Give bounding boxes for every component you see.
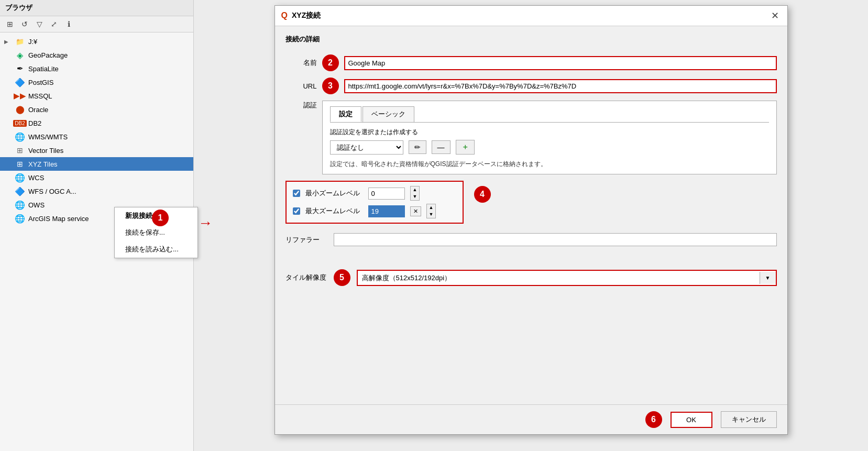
tree-item-xyztiles[interactable]: ⊞ XYZ Tiles <box>0 157 193 171</box>
arcgis-icon: 🌐 <box>15 213 25 224</box>
xyz-dialog: Q XYZ接続 ✕ 接続の詳細 名前 2 URL 3 認証 <box>274 5 788 435</box>
auth-tabs: 設定 ベーシック <box>330 106 769 123</box>
min-zoom-down[interactable]: ▼ <box>411 193 420 200</box>
min-zoom-input[interactable] <box>368 188 405 200</box>
auth-section-wrapper: 設定 ベーシック 認証設定を選択または作成する 認証なし ✏ — ＋ <box>322 101 777 174</box>
name-field-row: 名前 2 <box>285 54 777 71</box>
auth-tab-settings[interactable]: 設定 <box>330 106 361 122</box>
step4-circle: 4 <box>474 186 491 203</box>
tree-item-label: WCS <box>28 174 44 182</box>
max-zoom-up[interactable]: ▲ <box>427 204 436 211</box>
auth-edit-button[interactable]: ✏ <box>409 140 426 154</box>
cancel-button[interactable]: キャンセル <box>721 411 777 428</box>
dialog-titlebar: Q XYZ接続 ✕ <box>275 6 787 26</box>
context-menu-save-connection[interactable]: 接続を保存... <box>115 224 197 241</box>
tree-item-wms[interactable]: 🌐 WMS/WMTS <box>0 130 193 144</box>
referrer-input[interactable] <box>334 233 777 246</box>
url-field-row: URL 3 <box>285 78 777 94</box>
auth-field-row: 認証 設定 ベーシック 認証設定を選択または作成する 認証なし ✏ <box>285 101 777 174</box>
zoom-section: 最小ズームレベル ▲ ▼ 最大ズームレベル ✕ ▲ <box>285 181 464 224</box>
auth-remove-button[interactable]: — <box>432 140 451 154</box>
tree-item-j-yen[interactable]: ▶ 📁 J:¥ <box>0 35 193 48</box>
spatialite-icon: ✒ <box>15 63 25 74</box>
min-zoom-label: 最小ズームレベル <box>305 189 363 198</box>
auth-add-button[interactable]: ＋ <box>456 140 475 155</box>
max-zoom-clear-button[interactable]: ✕ <box>410 206 421 216</box>
tile-resolution-row: タイル解像度 5 標準（256x256/96dpi） 高解像度（512x512/… <box>285 269 777 286</box>
step5-circle: 5 <box>334 269 350 286</box>
tree-item-db2[interactable]: DB2 DB2 <box>0 116 193 130</box>
tree-item-vectortiles[interactable]: ⊞ Vector Tiles <box>0 144 193 157</box>
zoom-section-row: 最小ズームレベル ▲ ▼ 最大ズームレベル ✕ ▲ <box>285 181 777 224</box>
tree-item-oracle[interactable]: ⬤ Oracle <box>0 103 193 116</box>
tree-item-label: DB2 <box>28 119 41 127</box>
tree-item-label: WFS / OGC A... <box>28 188 76 195</box>
ows-icon: 🌐 <box>15 200 25 210</box>
filter-icon[interactable]: ▽ <box>34 18 45 30</box>
expand-icon[interactable]: ⤢ <box>48 18 60 30</box>
name-label: 名前 <box>285 58 317 68</box>
tree-arrow: ▶ <box>4 39 12 45</box>
tree-item-label: SpatiaLite <box>28 65 59 73</box>
info-icon[interactable]: ℹ <box>63 18 74 30</box>
min-zoom-up[interactable]: ▲ <box>411 186 420 193</box>
step6-circle: 6 <box>645 411 662 428</box>
tree-item-geopackage[interactable]: ◈ GeoPackage <box>0 48 193 62</box>
max-zoom-label: 最大ズームレベル <box>305 206 363 216</box>
tree-item-label: OWS <box>28 201 45 209</box>
referrer-label: リファラー <box>285 235 327 245</box>
tree-item-postgis[interactable]: 🔷 PostGIS <box>0 75 193 89</box>
tree-item-wfs[interactable]: 🔷 WFS / OGC A... <box>0 184 193 198</box>
tile-dropdown-icon[interactable]: ▼ <box>760 272 776 284</box>
tree-item-label: ArcGIS Map service <box>28 215 89 223</box>
tree-item-mssql[interactable]: ▶▶ MSSQL <box>0 89 193 103</box>
tree-item-label: J:¥ <box>28 38 37 46</box>
auth-tab-basic[interactable]: ベーシック <box>362 106 414 122</box>
name-input[interactable] <box>344 56 777 70</box>
browser-toolbar: ⊞ ↺ ▽ ⤢ ℹ <box>0 16 193 32</box>
max-zoom-row: 最大ズームレベル ✕ ▲ ▼ <box>293 204 456 218</box>
auth-select[interactable]: 認証なし <box>330 140 403 155</box>
browser-title: ブラウザ <box>0 0 193 16</box>
max-zoom-input[interactable] <box>368 205 405 217</box>
max-zoom-spinner: ▲ ▼ <box>426 204 436 218</box>
geopackage-icon: ◈ <box>15 50 25 60</box>
xyztiles-icon: ⊞ <box>15 159 25 169</box>
tree-item-label: WMS/WMTS <box>28 133 68 141</box>
auth-label: 認証 <box>285 101 317 110</box>
section-label: 接続の詳細 <box>285 35 777 44</box>
dialog-close-button[interactable]: ✕ <box>769 10 781 21</box>
tree-item-wcs[interactable]: 🌐 WCS <box>0 171 193 184</box>
tree-item-label: PostGIS <box>28 79 53 86</box>
auth-config-label: 認証設定を選択または作成する <box>330 128 769 137</box>
referrer-row: リファラー <box>285 233 777 246</box>
step1-arrow: → <box>198 215 213 232</box>
tree-item-label: XYZ Tiles <box>28 160 58 168</box>
dialog-footer: 6 OK キャンセル <box>275 404 787 434</box>
tree-item-label: GeoPackage <box>28 51 68 59</box>
tile-resolution-select[interactable]: 標準（256x256/96dpi） 高解像度（512x512/192dpi） 高… <box>358 271 760 285</box>
url-input[interactable] <box>344 79 777 93</box>
url-label: URL <box>285 82 317 90</box>
step2-circle: 2 <box>322 54 339 71</box>
ok-button[interactable]: OK <box>671 412 712 428</box>
dialog-overlay: Q XYZ接続 ✕ 接続の詳細 名前 2 URL 3 認証 <box>194 0 868 451</box>
oracle-icon: ⬤ <box>15 104 25 115</box>
tree-item-label: Oracle <box>28 106 48 114</box>
max-zoom-checkbox[interactable] <box>293 207 300 215</box>
refresh-icon[interactable]: ↺ <box>19 18 30 30</box>
dialog-title: XYZ接続 <box>292 11 765 20</box>
min-zoom-row: 最小ズームレベル ▲ ▼ <box>293 186 456 201</box>
step3-circle: 3 <box>322 78 339 94</box>
tree-item-label: MSSQL <box>28 92 52 100</box>
auth-config-row: 認証なし ✏ — ＋ <box>330 140 769 155</box>
add-layer-icon[interactable]: ⊞ <box>4 18 16 30</box>
min-zoom-checkbox[interactable] <box>293 190 300 197</box>
step1-circle: 1 <box>152 210 169 226</box>
db2-icon: DB2 <box>15 118 25 128</box>
max-zoom-down[interactable]: ▼ <box>427 211 436 218</box>
auth-section: 設定 ベーシック 認証設定を選択または作成する 認証なし ✏ — ＋ <box>322 101 777 174</box>
auth-note: 設定では、暗号化された資格情報がQGIS認証データベースに格納されます。 <box>330 160 769 169</box>
context-menu-load-connection[interactable]: 接続を読み込む... <box>115 241 197 258</box>
tree-item-spatialite[interactable]: ✒ SpatiaLite <box>0 62 193 75</box>
